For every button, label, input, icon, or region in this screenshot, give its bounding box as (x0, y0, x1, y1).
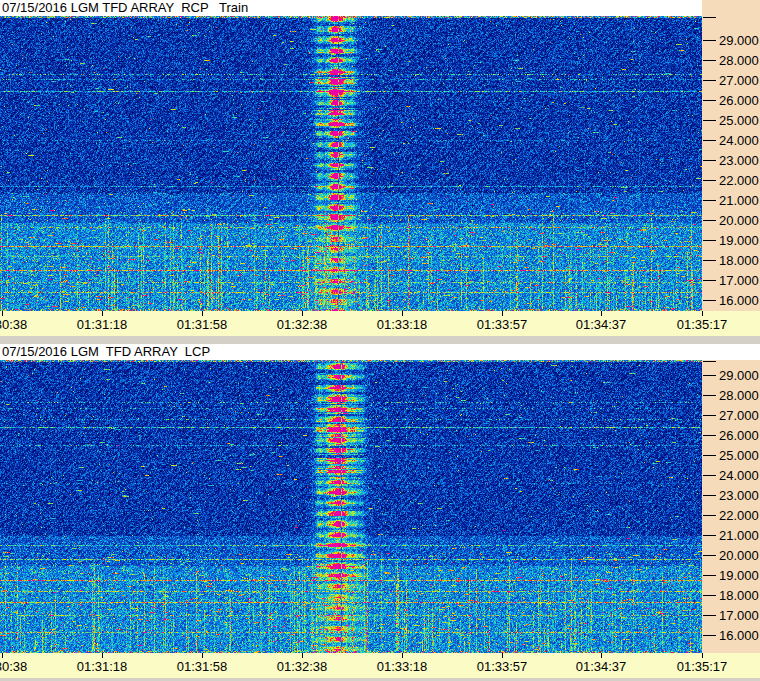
time-tick (102, 653, 103, 658)
freq-tick-label: 27.000 (719, 74, 759, 87)
freq-tick-label: 19.000 (719, 234, 759, 247)
freq-tick-label: 25.000 (719, 114, 759, 127)
freq-tick-label: 24.000 (719, 469, 759, 482)
freq-tick (703, 200, 716, 201)
freq-tick (703, 160, 716, 161)
freq-tick (703, 455, 716, 456)
freq-tick-label: 18.000 (719, 589, 759, 602)
freq-tick (703, 80, 716, 81)
freq-tick (703, 240, 716, 241)
freq-tick-label: 29.000 (719, 34, 759, 47)
freq-tick-label: 29.000 (719, 369, 759, 382)
freq-tick-label: 17.000 (719, 609, 759, 622)
time-tick (601, 311, 602, 316)
freq-tick (703, 475, 716, 476)
freq-tick-label: 16.000 (719, 629, 759, 642)
panel-title-lcp: 07/15/2016 LGM TFD ARRAY LCP (0, 344, 760, 360)
freq-tick-label: 23.000 (719, 489, 759, 502)
time-tick-label: 01:31:58 (167, 660, 237, 674)
freq-tick-label: 17.000 (719, 274, 759, 287)
time-tick-label: 01:31:18 (67, 318, 137, 332)
time-tick (702, 653, 703, 658)
freq-tick-label: 26.000 (719, 429, 759, 442)
time-tick (702, 311, 703, 316)
freq-tick (703, 40, 716, 41)
time-tick (2, 311, 3, 316)
frequency-axis-lcp: 29.00028.00027.00026.00025.00024.00023.0… (702, 360, 760, 653)
freq-tick (703, 100, 716, 101)
freq-tick (703, 415, 716, 416)
time-tick (402, 311, 403, 316)
freq-tick-label: 22.000 (719, 509, 759, 522)
freq-tick (703, 535, 716, 536)
freq-tick (703, 260, 716, 261)
time-tick (302, 653, 303, 658)
freq-tick-label: 16.000 (719, 294, 759, 307)
time-tick-label: 01:30:38 (0, 318, 37, 332)
time-tick-label: 01:32:38 (267, 660, 337, 674)
time-tick (202, 653, 203, 658)
freq-tick-label: 25.000 (719, 449, 759, 462)
time-tick (601, 653, 602, 658)
time-tick-label: 01:33:57 (467, 660, 537, 674)
freq-tick (703, 635, 716, 636)
freq-tick-label: 23.000 (719, 154, 759, 167)
freq-tick-label: 21.000 (719, 194, 759, 207)
time-tick (202, 311, 203, 316)
time-axis-lcp: 01:30:3801:31:1801:31:5801:32:3801:33:18… (0, 653, 760, 678)
freq-tick-label: 24.000 (719, 134, 759, 147)
time-tick-label: 01:31:58 (167, 318, 237, 332)
time-tick (502, 653, 503, 658)
freq-tick-label: 20.000 (719, 214, 759, 227)
freq-tick-label: 19.000 (719, 569, 759, 582)
freq-tick (703, 120, 716, 121)
freq-tick (703, 435, 716, 436)
time-tick-label: 01:31:18 (67, 660, 137, 674)
freq-tick (703, 300, 716, 301)
freq-tick (703, 555, 716, 556)
freq-tick (703, 220, 716, 221)
panel-separator (0, 336, 760, 344)
freq-tick-label: 28.000 (719, 54, 759, 67)
time-tick-label: 01:32:38 (267, 318, 337, 332)
freq-tick-top (703, 361, 716, 362)
freq-tick (703, 595, 716, 596)
freq-tick (703, 140, 716, 141)
spectrograph-window: 07/15/2016 LGM TFD ARRAY RCP Train 29.00… (0, 0, 760, 681)
panel-title-rcp: 07/15/2016 LGM TFD ARRAY RCP Train (0, 0, 702, 16)
freq-tick (703, 280, 716, 281)
time-axis-rcp: 01:30:3801:31:1801:31:5801:32:3801:33:18… (0, 311, 760, 336)
time-tick (302, 311, 303, 316)
freq-tick-label: 22.000 (719, 174, 759, 187)
freq-tick (703, 375, 716, 376)
frequency-axis-rcp: 29.00028.00027.00026.00025.00024.00023.0… (702, 0, 760, 311)
spectrogram-lcp (0, 360, 702, 653)
spectrogram-rcp (0, 16, 702, 311)
time-tick-label: 01:33:18 (367, 660, 437, 674)
time-tick-label: 01:30:38 (0, 660, 37, 674)
freq-tick (703, 495, 716, 496)
time-tick (402, 653, 403, 658)
time-tick-label: 01:34:37 (566, 318, 636, 332)
freq-tick-label: 26.000 (719, 94, 759, 107)
freq-tick-label: 18.000 (719, 254, 759, 267)
freq-tick-label: 20.000 (719, 549, 759, 562)
freq-tick (703, 180, 716, 181)
time-tick (2, 653, 3, 658)
time-tick (102, 311, 103, 316)
time-tick-label: 01:33:57 (467, 318, 537, 332)
freq-tick-label: 28.000 (719, 389, 759, 402)
freq-tick-top (703, 17, 716, 18)
time-tick (502, 311, 503, 316)
time-tick-label: 01:35:17 (667, 318, 737, 332)
time-tick-label: 01:33:18 (367, 318, 437, 332)
time-tick-label: 01:35:17 (667, 660, 737, 674)
freq-tick (703, 515, 716, 516)
time-tick-label: 01:34:37 (566, 660, 636, 674)
freq-tick (703, 60, 716, 61)
freq-tick-label: 27.000 (719, 409, 759, 422)
freq-tick-label: 21.000 (719, 529, 759, 542)
freq-tick (703, 615, 716, 616)
freq-tick (703, 575, 716, 576)
freq-tick (703, 395, 716, 396)
